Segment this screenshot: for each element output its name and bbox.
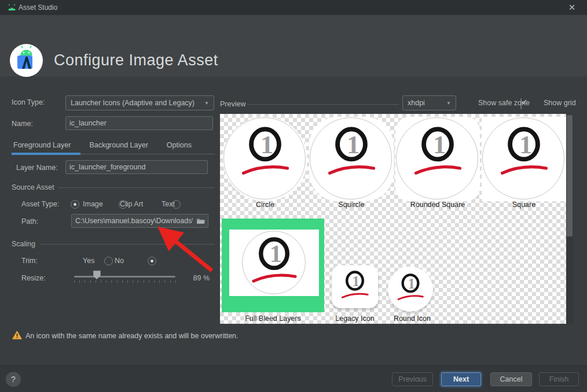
tab-background-layer[interactable]: Background Layer bbox=[87, 139, 156, 154]
tab-foreground-layer[interactable]: Foreground Layer bbox=[12, 139, 79, 154]
show-safe-zone-label[interactable]: Show safe zone bbox=[478, 99, 530, 107]
svg-text:1: 1 bbox=[352, 273, 359, 290]
asset-logo: 1 bbox=[394, 271, 427, 305]
help-button[interactable]: ? bbox=[6, 372, 21, 387]
svg-text:1: 1 bbox=[408, 276, 415, 291]
page-title: Configure Image Asset bbox=[54, 51, 218, 69]
preview-tile-full-bleed[interactable]: 1 bbox=[222, 219, 324, 312]
icon-type-select[interactable]: Launcher Icons (Adaptive and Legacy) ▼ bbox=[65, 95, 214, 110]
folder-icon[interactable] bbox=[196, 217, 206, 224]
preview-scrollbar[interactable] bbox=[566, 114, 573, 324]
resize-value: 89 % bbox=[191, 274, 210, 282]
show-grid-label[interactable]: Show grid bbox=[544, 99, 576, 107]
preview-tile-square[interactable]: 1 bbox=[482, 117, 566, 201]
preview-tile-circle[interactable]: 1 bbox=[223, 117, 307, 201]
trim-option-yes[interactable]: Yes bbox=[83, 257, 94, 265]
asset-logo: 1 bbox=[245, 233, 303, 290]
density-select[interactable]: xhdpi ▼ bbox=[402, 95, 456, 110]
layer-name-label: Layer Name: bbox=[16, 164, 58, 172]
asset-logo: 1 bbox=[337, 268, 372, 303]
asset-logo: 1 bbox=[235, 123, 295, 183]
icon-type-label: Icon Type: bbox=[12, 98, 45, 106]
warning-icon bbox=[12, 331, 22, 339]
next-button[interactable]: Next bbox=[441, 372, 481, 386]
scaling-divider bbox=[41, 244, 215, 245]
trim-option-no[interactable]: No bbox=[115, 257, 124, 265]
asset-type-radio-image[interactable] bbox=[71, 200, 79, 209]
svg-text:1: 1 bbox=[347, 130, 359, 159]
trim-radio-no[interactable] bbox=[148, 257, 156, 265]
android-studio-logo bbox=[10, 44, 43, 77]
android-icon bbox=[7, 3, 17, 12]
tile-label-rounded-square: Rounded Square bbox=[395, 201, 480, 209]
path-input[interactable] bbox=[71, 214, 208, 228]
cancel-button[interactable]: Cancel bbox=[490, 372, 532, 386]
density-value: xhdpi bbox=[408, 99, 425, 107]
preview-divider bbox=[247, 104, 399, 105]
resize-label: Resize: bbox=[21, 274, 46, 282]
finish-button[interactable]: Finish bbox=[539, 372, 579, 386]
warning-message: An icon with the same name already exist… bbox=[25, 332, 239, 340]
name-label: Name: bbox=[12, 120, 33, 128]
chevron-down-icon: ▼ bbox=[446, 101, 451, 106]
title-bar: Asset Studio ✕ bbox=[0, 0, 587, 15]
svg-text:1: 1 bbox=[270, 240, 282, 267]
layer-name-input[interactable] bbox=[65, 160, 208, 174]
tile-label-full-bleed: Full Bleed Layers bbox=[222, 315, 324, 323]
scrollbar-thumb[interactable] bbox=[567, 115, 573, 236]
trim-radio-yes[interactable] bbox=[104, 257, 113, 265]
asset-type-option-text[interactable]: Text bbox=[162, 200, 175, 208]
asset-logo: 1 bbox=[408, 123, 468, 183]
close-icon[interactable]: ✕ bbox=[564, 0, 580, 15]
scaling-group-label: Scaling bbox=[12, 240, 35, 248]
preview-tile-squircle[interactable]: 1 bbox=[309, 117, 394, 201]
trim-label: Trim: bbox=[21, 257, 38, 265]
asset-logo: 1 bbox=[494, 123, 554, 183]
tile-label-square: Square bbox=[481, 201, 566, 209]
icon-type-value: Launcher Icons (Adaptive and Legacy) bbox=[71, 99, 195, 107]
footer-bar: ? Previous Next Cancel Finish bbox=[0, 365, 587, 392]
layer-tabs: Foreground Layer Background Layer Option… bbox=[12, 139, 215, 154]
tile-label-circle: Circle bbox=[222, 201, 308, 209]
svg-text:1: 1 bbox=[433, 130, 446, 159]
preview-tile-round[interactable]: 1 bbox=[388, 267, 433, 312]
resize-slider-ticks bbox=[74, 280, 176, 283]
asset-type-option-image[interactable]: Image bbox=[83, 200, 103, 208]
asset-studio-dialog: Asset Studio ✕ Configure Image Asset Ico… bbox=[0, 0, 587, 392]
preview-canvas: 1 1 1 1 Circle Squircle Rounded Square S… bbox=[220, 114, 566, 324]
asset-logo: 1 bbox=[321, 123, 381, 183]
previous-button[interactable]: Previous bbox=[392, 372, 433, 386]
tile-label-round: Round Icon bbox=[377, 315, 447, 323]
path-label: Path: bbox=[21, 217, 38, 225]
dialog-header: Configure Image Asset bbox=[0, 15, 587, 76]
preview-label: Preview bbox=[220, 100, 245, 108]
annotation-arrow bbox=[152, 223, 218, 276]
svg-text:1: 1 bbox=[519, 130, 532, 159]
tab-options[interactable]: Options bbox=[165, 139, 200, 154]
resize-slider-thumb[interactable] bbox=[93, 271, 101, 279]
resize-slider-track[interactable] bbox=[74, 276, 175, 278]
preview-tile-legacy[interactable]: 1 bbox=[332, 265, 378, 308]
window-title: Asset Studio bbox=[19, 0, 57, 15]
name-input[interactable] bbox=[65, 116, 213, 130]
preview-tile-rounded-square[interactable]: 1 bbox=[395, 117, 480, 201]
asset-type-label: Asset Type: bbox=[21, 200, 59, 208]
svg-text:1: 1 bbox=[261, 130, 273, 159]
chevron-down-icon: ▼ bbox=[204, 101, 209, 106]
source-asset-group-label: Source Asset bbox=[12, 183, 54, 191]
full-bleed-layer: 1 bbox=[229, 230, 319, 296]
source-asset-divider bbox=[58, 187, 215, 188]
tile-label-squircle: Squircle bbox=[309, 201, 394, 209]
asset-type-option-clipart[interactable]: Clip Art bbox=[120, 200, 143, 208]
